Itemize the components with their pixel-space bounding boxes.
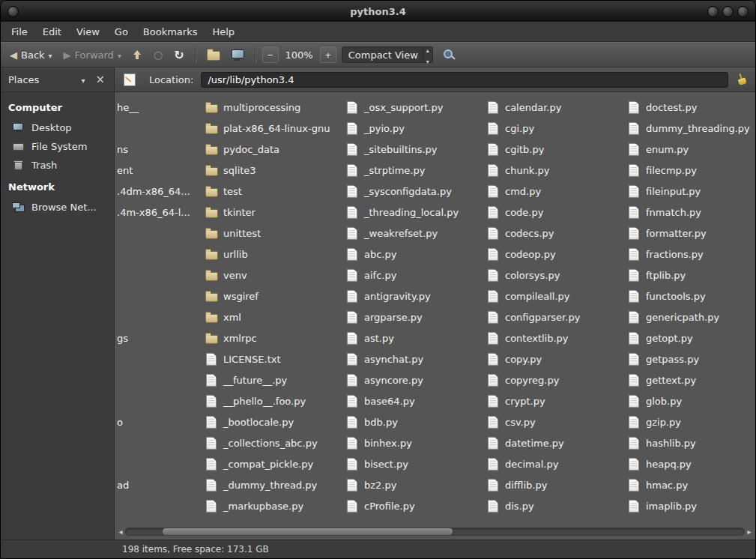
scrollbar-thumb[interactable]	[162, 528, 453, 536]
spinner-up-icon[interactable]	[426, 43, 429, 55]
file-item[interactable]	[117, 348, 202, 369]
file-item[interactable]: _strptime.py	[345, 160, 484, 181]
file-item[interactable]: .4m-x86_64-l...	[117, 202, 202, 223]
file-item[interactable]: dummy_threading.py	[627, 118, 755, 139]
file-item[interactable]: _sitebuiltins.py	[345, 139, 484, 160]
spinner-down-icon[interactable]	[426, 55, 429, 66]
file-item[interactable]: _bootlocale.py	[205, 411, 343, 432]
file-item[interactable]: __future__.py	[205, 369, 343, 390]
file-item[interactable]: decimal.py	[486, 453, 625, 474]
sidebar-item[interactable]: Trash	[1, 156, 114, 175]
scrollbar-track[interactable]	[125, 528, 745, 536]
file-item[interactable]: crypt.py	[486, 390, 625, 411]
file-item[interactable]: xml	[205, 306, 343, 327]
file-item[interactable]: .4dm-x86_64...	[117, 181, 202, 202]
file-item[interactable]: functools.py	[627, 285, 755, 306]
file-item[interactable]: multiprocessing	[205, 97, 343, 118]
forward-dropdown-icon[interactable]	[118, 49, 121, 61]
file-item[interactable]: asyncore.py	[345, 369, 484, 390]
file-item[interactable]: _sysconfigdata.py	[345, 181, 484, 202]
file-item[interactable]: binhex.py	[345, 432, 484, 453]
back-dropdown-icon[interactable]	[49, 49, 52, 61]
file-item[interactable]: ast.py	[345, 327, 484, 348]
file-item[interactable]: _threading_local.py	[345, 202, 484, 223]
file-item[interactable]: glob.py	[627, 390, 755, 411]
file-item[interactable]: dis.py	[486, 495, 625, 516]
file-item[interactable]: cgitb.py	[486, 139, 625, 160]
menu-item[interactable]: Bookmarks	[136, 24, 205, 40]
file-item[interactable]: he__	[117, 97, 202, 118]
new-folder-button[interactable]	[202, 46, 225, 63]
scroll-right-icon[interactable]	[745, 527, 754, 537]
file-item[interactable]: cProfile.py	[345, 495, 484, 516]
file-item[interactable]: antigravity.py	[345, 285, 484, 306]
file-item[interactable]: sqlite3	[205, 160, 343, 181]
file-item[interactable]: getopt.py	[627, 327, 755, 348]
file-item[interactable]: tkinter	[205, 202, 343, 223]
file-item[interactable]: hashlib.py	[627, 432, 755, 453]
file-item[interactable]: o	[117, 411, 202, 432]
location-input[interactable]	[201, 72, 728, 88]
up-button[interactable]	[128, 48, 147, 62]
file-item[interactable]: formatter.py	[627, 223, 755, 244]
file-item[interactable]: unittest	[205, 223, 343, 244]
file-item[interactable]: copy.py	[486, 348, 625, 369]
view-mode-selector[interactable]: Compact View	[342, 46, 433, 63]
zoom-in-button[interactable]	[320, 46, 336, 63]
file-item[interactable]: gs	[117, 327, 202, 348]
file-item[interactable]: __phello__.foo.py	[205, 390, 343, 411]
file-item[interactable]: wsgiref	[205, 285, 343, 306]
file-item[interactable]: urllib	[205, 244, 343, 265]
file-item[interactable]: _osx_support.py	[345, 97, 484, 118]
file-item[interactable]: LICENSE.txt	[205, 348, 343, 369]
file-item[interactable]: colorsys.py	[486, 265, 625, 285]
file-item[interactable]: calendar.py	[486, 97, 625, 118]
window-menu-button[interactable]	[7, 6, 19, 17]
menu-item[interactable]: Go	[107, 24, 136, 40]
file-item[interactable]: imaplib.py	[627, 495, 755, 516]
minimize-button[interactable]	[707, 6, 719, 17]
file-item[interactable]: argparse.py	[345, 306, 484, 327]
file-item[interactable]	[117, 306, 202, 327]
scroll-left-icon[interactable]	[116, 527, 125, 537]
file-item[interactable]: codeop.py	[486, 244, 625, 265]
file-item[interactable]: _compat_pickle.py	[205, 453, 343, 474]
file-item[interactable]: gzip.py	[627, 411, 755, 432]
file-item[interactable]: base64.py	[345, 390, 484, 411]
places-close-icon[interactable]	[95, 74, 105, 85]
menu-item[interactable]: File	[4, 24, 35, 40]
file-item[interactable]: genericpath.py	[627, 306, 755, 327]
file-item[interactable]: bisect.py	[345, 453, 484, 474]
file-item[interactable]: ad	[117, 474, 202, 495]
file-item[interactable]: code.py	[486, 202, 625, 223]
file-item[interactable]: compileall.py	[486, 285, 625, 306]
menu-item[interactable]: Help	[205, 24, 242, 40]
file-item[interactable]: cgi.py	[486, 118, 625, 139]
file-item[interactable]: fractions.py	[627, 244, 755, 265]
file-item[interactable]: hmac.py	[627, 474, 755, 495]
horizontal-scrollbar[interactable]	[116, 527, 754, 537]
file-item[interactable]: cmd.py	[486, 181, 625, 202]
file-item[interactable]: csv.py	[486, 411, 625, 432]
file-item[interactable]: fileinput.py	[627, 181, 755, 202]
file-item[interactable]: bz2.py	[345, 474, 484, 495]
file-item[interactable]: fnmatch.py	[627, 202, 755, 223]
file-item[interactable]: doctest.py	[627, 97, 755, 118]
broom-icon[interactable]	[734, 71, 749, 87]
file-item[interactable]: gettext.py	[627, 369, 755, 390]
file-item[interactable]	[117, 223, 202, 244]
file-item[interactable]: asynchat.py	[345, 348, 484, 369]
sidebar-item[interactable]: Desktop	[1, 118, 114, 137]
file-item[interactable]: difflib.py	[486, 474, 625, 495]
file-item[interactable]	[117, 285, 202, 306]
file-item[interactable]: contextlib.py	[486, 327, 625, 348]
file-item[interactable]: codecs.py	[486, 223, 625, 244]
file-item[interactable]: venv	[205, 265, 343, 285]
places-dropdown-icon[interactable]	[81, 74, 85, 85]
file-item[interactable]: _collections_abc.py	[205, 432, 343, 453]
zoom-out-button[interactable]	[262, 46, 279, 63]
file-item[interactable]: filecmp.py	[627, 160, 755, 181]
file-item[interactable]: _weakrefset.py	[345, 223, 484, 244]
view-mode-spinner[interactable]	[423, 47, 432, 62]
close-button[interactable]	[737, 6, 749, 17]
